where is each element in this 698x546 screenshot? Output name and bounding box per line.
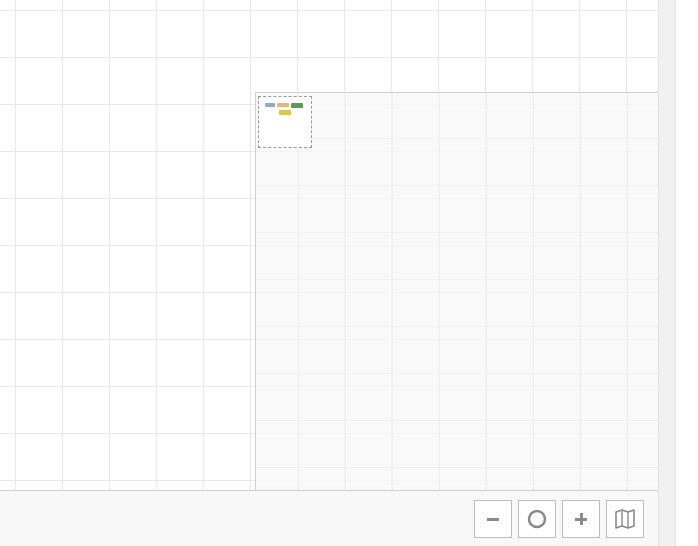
zoom-out-button[interactable] xyxy=(474,500,512,538)
map-icon xyxy=(613,507,637,531)
outline-toggle-button[interactable] xyxy=(606,500,644,538)
outline-shape-green xyxy=(291,103,303,108)
zoom-reset-button[interactable] xyxy=(518,500,556,538)
outline-viewport-rect[interactable] xyxy=(258,96,312,148)
svg-rect-0 xyxy=(487,518,499,521)
circle-icon xyxy=(526,508,548,530)
right-gutter xyxy=(658,0,698,546)
outline-pane[interactable] xyxy=(255,92,658,490)
svg-rect-3 xyxy=(580,513,583,525)
zoom-controls xyxy=(474,500,644,538)
minus-icon xyxy=(484,510,502,528)
zoom-in-button[interactable] xyxy=(562,500,600,538)
svg-point-1 xyxy=(529,511,545,527)
vertical-scrollbar-track[interactable] xyxy=(658,0,676,546)
outline-shape-blue xyxy=(265,103,275,107)
outline-shape-orange xyxy=(277,103,289,107)
plus-icon xyxy=(572,510,590,528)
bottom-toolbar xyxy=(0,490,658,546)
outline-shape-yellow xyxy=(279,110,291,115)
